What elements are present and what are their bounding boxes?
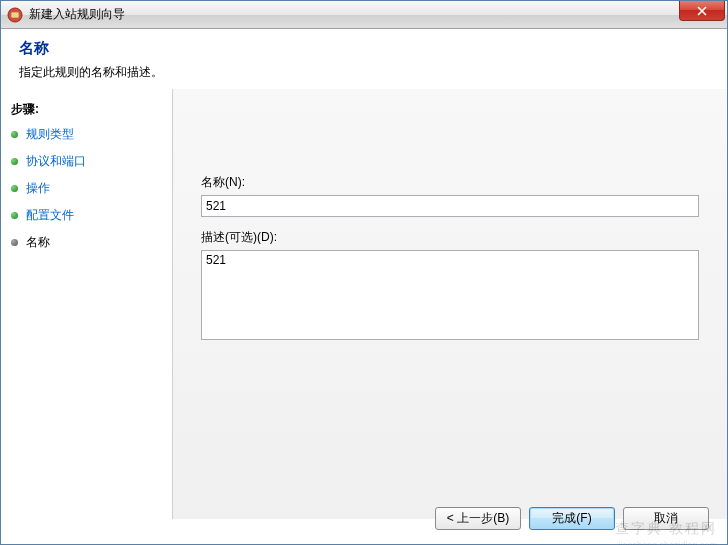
cancel-button[interactable]: 取消 [623, 507, 709, 530]
titlebar: 新建入站规则向导 [1, 1, 727, 29]
name-input[interactable] [201, 195, 699, 217]
watermark-url: jiaocheng.chazidian.com [618, 540, 717, 545]
app-icon [7, 7, 23, 23]
svg-rect-1 [11, 12, 19, 18]
step-label: 名称 [26, 234, 50, 251]
step-name[interactable]: 名称 [11, 234, 162, 251]
page-title: 名称 [19, 39, 709, 58]
page-description: 指定此规则的名称和描述。 [19, 64, 709, 81]
step-label: 规则类型 [26, 126, 74, 143]
step-label: 协议和端口 [26, 153, 86, 170]
name-group: 名称(N): [201, 174, 699, 217]
steps-sidebar: 步骤: 规则类型 协议和端口 操作 配置文件 名称 [1, 89, 173, 519]
steps-heading: 步骤: [11, 101, 162, 118]
description-group: 描述(可选)(D): [201, 229, 699, 343]
finish-button[interactable]: 完成(F) [529, 507, 615, 530]
step-label: 配置文件 [26, 207, 74, 224]
bullet-icon [11, 212, 18, 219]
body: 步骤: 规则类型 协议和端口 操作 配置文件 名称 [1, 89, 727, 519]
step-rule-type[interactable]: 规则类型 [11, 126, 162, 143]
close-icon [697, 6, 707, 16]
button-bar: < 上一步(B) 完成(F) 取消 [435, 507, 709, 530]
name-label: 名称(N): [201, 174, 699, 191]
description-label: 描述(可选)(D): [201, 229, 699, 246]
bullet-icon [11, 239, 18, 246]
header-area: 名称 指定此规则的名称和描述。 [1, 29, 727, 89]
close-button[interactable] [679, 1, 725, 21]
bullet-icon [11, 131, 18, 138]
step-profile[interactable]: 配置文件 [11, 207, 162, 224]
main-content: 名称(N): 描述(可选)(D): [173, 89, 727, 519]
step-action[interactable]: 操作 [11, 180, 162, 197]
back-button[interactable]: < 上一步(B) [435, 507, 521, 530]
bullet-icon [11, 185, 18, 192]
step-label: 操作 [26, 180, 50, 197]
wizard-window: 新建入站规则向导 名称 指定此规则的名称和描述。 步骤: 规则类型 协议和端口 … [0, 0, 728, 545]
window-title: 新建入站规则向导 [29, 6, 721, 23]
step-protocol-ports[interactable]: 协议和端口 [11, 153, 162, 170]
description-input[interactable] [201, 250, 699, 340]
bullet-icon [11, 158, 18, 165]
